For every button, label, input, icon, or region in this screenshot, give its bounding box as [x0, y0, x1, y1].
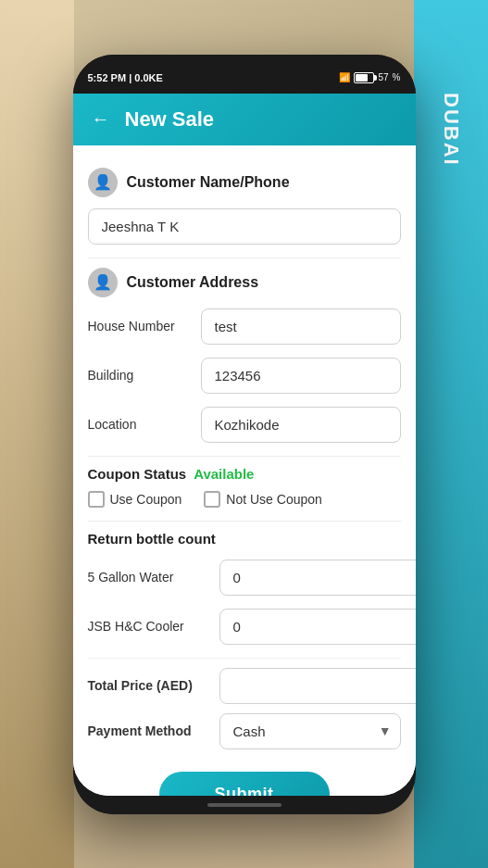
house-number-wrap — [201, 308, 401, 345]
address-section-title: Customer Address — [127, 274, 259, 291]
location-row: Location — [88, 407, 401, 443]
divider-3 — [88, 521, 401, 522]
battery-icon — [354, 72, 374, 83]
house-number-row: House Number — [88, 308, 401, 345]
payment-select-wrap: Cash Card Online ▼ — [219, 713, 401, 749]
not-use-coupon-label: Not Use Coupon — [226, 492, 322, 507]
use-coupon-checkbox[interactable] — [88, 491, 105, 508]
status-bar: 5:52 PM | 0.0KE 📶 57% — [73, 55, 416, 94]
jsb-cooler-row: JSB H&C Cooler — [88, 609, 401, 645]
phone-shell: 5:52 PM | 0.0KE 📶 57% ← New Sale 👤 Custo… — [73, 55, 416, 814]
status-time: 5:52 PM | 0.0KE — [88, 72, 163, 83]
form-content: 👤 Customer Name/Phone 👤 Customer Address… — [73, 145, 416, 796]
jsb-cooler-input[interactable] — [219, 609, 416, 645]
location-input[interactable] — [201, 407, 401, 443]
total-price-input[interactable] — [219, 668, 416, 704]
customer-icon: 👤 — [88, 168, 118, 197]
coupon-status-row: Coupon Status Available — [88, 466, 401, 482]
divider-4 — [88, 658, 401, 659]
payment-method-row: Payment Method Cash Card Online ▼ — [88, 713, 401, 749]
not-use-coupon-item: Not Use Coupon — [204, 491, 322, 508]
gallon-water-row: 5 Gallon Water — [88, 560, 401, 596]
coupon-checkbox-row: Use Coupon Not Use Coupon — [88, 491, 401, 508]
app-header: ← New Sale — [73, 94, 416, 145]
divider-2 — [88, 456, 401, 457]
gallon-water-input[interactable] — [219, 560, 416, 596]
customer-name-input[interactable] — [88, 208, 401, 245]
location-wrap — [201, 407, 401, 443]
coupon-status-value: Available — [194, 466, 254, 482]
battery-fill — [356, 74, 368, 82]
jsb-cooler-label: JSB H&C Cooler — [88, 619, 208, 634]
submit-wrap: Submit — [88, 762, 401, 796]
status-icons: 📶 57% — [339, 72, 400, 83]
gallon-water-label: 5 Gallon Water — [88, 570, 208, 585]
return-bottle-title: Return bottle count — [88, 531, 401, 547]
dubai-text: DUBAI — [439, 93, 463, 167]
submit-button[interactable]: Submit — [159, 772, 330, 796]
coupon-status-label: Coupon Status — [88, 466, 187, 482]
building-wrap — [201, 358, 401, 394]
house-number-label: House Number — [88, 319, 190, 333]
signal-icon: 📶 — [339, 72, 350, 82]
payment-method-label: Payment Method — [88, 723, 208, 738]
house-number-input[interactable] — [201, 308, 401, 345]
phone-bottom — [73, 796, 416, 814]
total-price-label: Total Price (AED) — [88, 678, 208, 693]
notch — [189, 55, 300, 77]
back-button[interactable]: ← — [88, 107, 114, 132]
location-label: Location — [88, 417, 190, 432]
use-coupon-item: Use Coupon — [88, 491, 182, 508]
customer-section-title: Customer Name/Phone — [127, 174, 290, 191]
building-row: Building — [88, 358, 401, 394]
building-input[interactable] — [201, 358, 401, 394]
battery-percent: 57 — [378, 72, 388, 82]
bg-right: DUBAI — [414, 0, 488, 868]
screen: ← New Sale 👤 Customer Name/Phone 👤 Custo… — [73, 94, 416, 796]
page-title: New Sale — [125, 107, 215, 132]
home-bar — [207, 803, 282, 807]
use-coupon-label: Use Coupon — [110, 492, 182, 507]
divider-1 — [88, 258, 401, 258]
address-section-header: 👤 Customer Address — [88, 268, 401, 297]
payment-method-select[interactable]: Cash Card Online — [219, 713, 401, 749]
percent-sign: % — [393, 72, 401, 82]
total-price-row: Total Price (AED) — [88, 668, 401, 704]
building-label: Building — [88, 368, 190, 383]
bg-left — [0, 0, 74, 868]
not-use-coupon-checkbox[interactable] — [204, 491, 220, 508]
customer-section-header: 👤 Customer Name/Phone — [88, 168, 401, 197]
address-icon: 👤 — [88, 268, 118, 297]
